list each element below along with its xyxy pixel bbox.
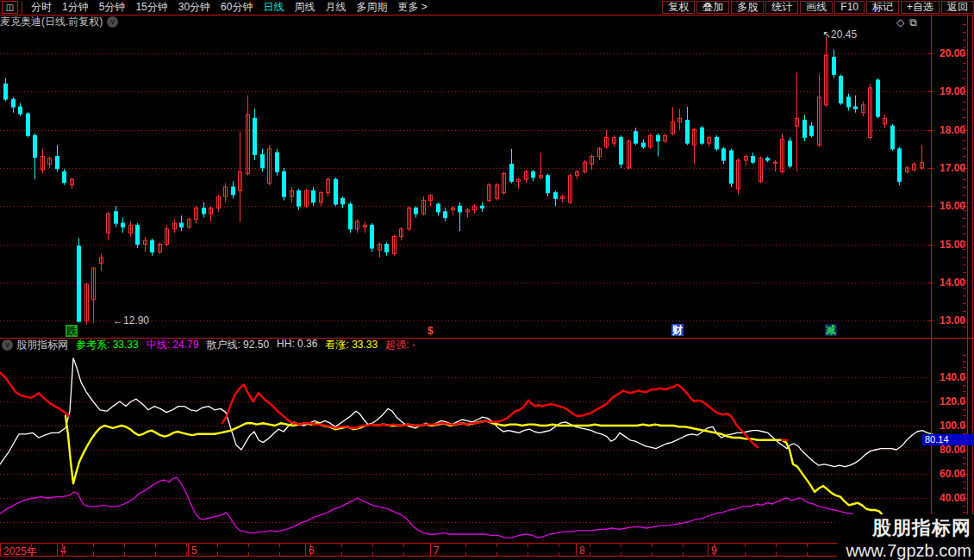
- price-axis-label: 19.00: [940, 85, 965, 97]
- indicator-header-item-2: 中线: 24.79: [147, 338, 199, 352]
- menu-button-4[interactable]: 画线: [800, 1, 833, 14]
- event-badge-2: 财: [671, 324, 684, 336]
- menu-item-period-0[interactable]: 分时: [31, 0, 52, 15]
- indicator-header-item-6: 超强: -: [385, 338, 415, 352]
- title-corner-icons: ◇ ⧉: [896, 16, 917, 28]
- indicator-header-item-5: 看涨: 33.33: [325, 338, 378, 352]
- chevron-down-icon[interactable]: ∨: [107, 16, 118, 28]
- period-menu: 分时1分钟5分钟15分钟30分钟60分钟日线周线月线多周期更多 >: [26, 0, 433, 15]
- time-axis-minor-ticks-top: [0, 544, 845, 547]
- watermark-url: www.7gpzb.com: [846, 541, 971, 560]
- menu-item-period-2[interactable]: 5分钟: [99, 0, 126, 15]
- price-axis-label: 18.00: [940, 124, 965, 136]
- menu-item-period-1[interactable]: 1分钟: [62, 0, 89, 15]
- price-axis-label: 17.00: [940, 162, 965, 174]
- indicator-axis-label: 120.0: [940, 395, 965, 408]
- indicator-line-超强_a: [0, 372, 69, 415]
- event-badge-1: $: [427, 325, 434, 337]
- indicator-header-item-1: 参考系: 33.33: [76, 338, 139, 352]
- time-axis-month-2: 6: [309, 544, 315, 557]
- indicator-line-中线: [0, 477, 933, 538]
- indicator-header-item-0: 股朋指标网: [16, 338, 68, 352]
- menu-item-period-9[interactable]: 多周期: [356, 0, 387, 15]
- menu-button-2[interactable]: 多股: [731, 1, 764, 14]
- menu-button-5[interactable]: F10: [834, 1, 865, 14]
- menu-button-8[interactable]: 返回: [941, 1, 974, 14]
- window-icon[interactable]: ◫: [2, 1, 18, 14]
- event-badge-0: 跌: [66, 325, 78, 337]
- time-axis-month-4: 8: [579, 544, 585, 557]
- tools-menu: 复权叠加多股统计画线F10标记+自选返回: [660, 0, 974, 15]
- indicator-header-item-3: 散户线: 92.50: [206, 338, 269, 352]
- diamond-icon[interactable]: ◇: [896, 16, 904, 28]
- window-restore-icon[interactable]: ⧉: [909, 16, 917, 28]
- price-axis-label: 14.00: [940, 277, 965, 289]
- menu-item-period-6[interactable]: 日线: [263, 0, 284, 15]
- price-axis-label: 15.00: [940, 239, 965, 251]
- menu-item-period-8[interactable]: 月线: [325, 0, 346, 15]
- menu-button-3[interactable]: 统计: [765, 1, 798, 14]
- indicator-header: ∨ 股朋指标网参考系: 33.33中线: 24.79散户线: 92.50HH: …: [0, 339, 423, 352]
- price-axis-label: 20.00: [940, 47, 965, 59]
- price-axis-label: 13.00: [940, 314, 965, 327]
- menu-button-0[interactable]: 复权: [662, 1, 695, 14]
- time-axis-year: 2025年: [3, 544, 37, 559]
- menu-item-period-5[interactable]: 60分钟: [221, 0, 253, 15]
- menu-button-6[interactable]: 标记: [866, 1, 899, 14]
- candlestick-series: [4, 36, 924, 324]
- indicator-line-看涨: [66, 416, 920, 524]
- time-axis-month-0: 4: [60, 544, 66, 557]
- time-axis-month-1: 5: [191, 544, 197, 557]
- time-axis-minor-ticks-bottom: [0, 552, 845, 556]
- latest-value-tag: 80.14: [922, 434, 974, 445]
- price-annotation-0: ↖20.45: [822, 28, 857, 40]
- price-annotation-1: ←12.90: [113, 314, 149, 327]
- menu-item-period-3[interactable]: 15分钟: [135, 0, 167, 15]
- stock-app-window: ◫ 分时1分钟5分钟15分钟30分钟60分钟日线周线月线多周期更多 > 复权叠加…: [0, 0, 974, 560]
- indicator-axis-label: 60.00: [940, 468, 965, 480]
- indicator-header-item-4: HH: 0.36: [277, 338, 317, 352]
- page-title: 麦克奥迪(日线.前复权): [0, 15, 103, 29]
- menu-item-period-7[interactable]: 周线: [294, 0, 315, 15]
- indicator-axis-label: 80.00: [940, 444, 965, 456]
- indicator-axis-label: 40.00: [940, 492, 965, 504]
- event-badge-3: 减: [825, 324, 837, 336]
- top-menu-bar: ◫ 分时1分钟5分钟15分钟30分钟60分钟日线周线月线多周期更多 > 复权叠加…: [0, 0, 974, 15]
- menu-item-period-4[interactable]: 30分钟: [178, 0, 210, 15]
- indicator-axis-label: 140.0: [940, 371, 965, 383]
- time-axis-month-3: 7: [434, 544, 440, 557]
- indicator-collapse-icon[interactable]: ∨: [2, 339, 13, 351]
- menu-button-7[interactable]: +自选: [901, 1, 940, 14]
- indicator-line-超强_b: [222, 384, 758, 447]
- watermark: 股朋指标网 www.7gpzb.com: [837, 514, 973, 560]
- menu-button-1[interactable]: 叠加: [696, 1, 729, 14]
- chart-canvas: [0, 0, 974, 560]
- price-axis-label: 16.00: [940, 200, 965, 212]
- time-axis-month-5: 9: [711, 544, 717, 557]
- watermark-site-name: 股朋指标网: [846, 515, 971, 541]
- menu-item-period-10[interactable]: 更多 >: [397, 0, 427, 15]
- indicator-axis-label: 100.0: [940, 420, 965, 432]
- chart-title-bar: 麦克奥迪(日线.前复权) ∨: [0, 16, 940, 28]
- indicator-values: 股朋指标网参考系: 33.33中线: 24.79散户线: 92.50HH: 0.…: [16, 338, 423, 352]
- menu-separator: [22, 1, 22, 14]
